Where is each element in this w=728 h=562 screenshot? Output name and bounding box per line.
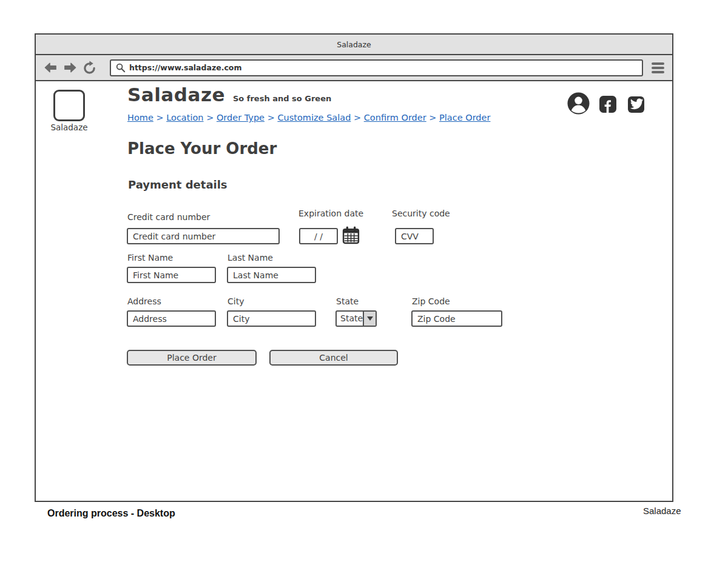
breadcrumb-separator: > [204, 113, 217, 122]
breadcrumb-link-location[interactable]: Location [166, 113, 203, 122]
url-bar[interactable] [110, 59, 643, 76]
zip-code-label: Zip Code [412, 296, 450, 306]
breadcrumb-link-order-type[interactable]: Order Type [217, 113, 265, 122]
refresh-icon[interactable] [83, 61, 96, 75]
brand-row: Saladaze So fresh and so Green [127, 84, 331, 105]
cancel-button[interactable]: Cancel [269, 350, 398, 366]
breadcrumb-separator: > [153, 113, 166, 122]
state-label: State [336, 296, 359, 306]
brand-tagline: So fresh and so Green [233, 94, 331, 103]
first-name-label: First Name [127, 253, 173, 263]
page-title: Place Your Order [127, 139, 277, 158]
credit-card-input[interactable] [127, 228, 280, 244]
logo-label: Saladaze [37, 122, 101, 132]
wireframe-side-label: Saladaze [643, 506, 681, 516]
twitter-icon[interactable] [628, 96, 644, 113]
breadcrumb-link-confirm-order[interactable]: Confirm Order [364, 113, 426, 122]
section-title: Payment details [128, 178, 228, 191]
cvv-input[interactable] [395, 228, 434, 244]
browser-toolbar [36, 55, 672, 81]
account-icon[interactable] [567, 92, 590, 115]
place-order-button[interactable]: Place Order [127, 350, 257, 366]
dropdown-arrow-icon [363, 312, 376, 326]
window-title-bar: Saladaze [36, 35, 672, 55]
state-select-value: State [337, 312, 363, 326]
breadcrumb-separator: > [351, 113, 363, 122]
city-label: City [228, 296, 244, 306]
url-input[interactable] [129, 63, 638, 72]
zip-code-input[interactable] [411, 310, 502, 327]
expiration-label: Expiration date [298, 209, 363, 218]
logo-image-placeholder [53, 90, 85, 121]
credit-card-label: Credit card number [127, 212, 210, 222]
address-input[interactable] [127, 310, 216, 327]
security-code-label: Security code [392, 209, 450, 218]
breadcrumb-link-place-order[interactable]: Place Order [439, 113, 490, 122]
breadcrumb-link-home[interactable]: Home [127, 113, 153, 122]
page-content: Saladaze Saladaze So fresh and so Green … [36, 81, 672, 497]
brand-title: Saladaze [127, 84, 225, 105]
state-select[interactable]: State [335, 310, 377, 327]
city-input[interactable] [227, 310, 316, 327]
first-name-input[interactable] [127, 267, 216, 283]
last-name-input[interactable] [227, 267, 316, 283]
wireframe-caption: Ordering process - Desktop [47, 508, 175, 519]
browser-window: Saladaze Saladaze Saladaze So fres [35, 33, 673, 502]
address-label: Address [127, 296, 161, 306]
menu-icon[interactable] [652, 62, 664, 73]
last-name-label: Last Name [228, 253, 273, 263]
facebook-icon[interactable] [599, 96, 616, 113]
expiration-input[interactable] [299, 228, 338, 244]
forward-icon[interactable] [63, 61, 77, 75]
breadcrumb-separator: > [265, 113, 277, 122]
search-icon [115, 62, 126, 73]
calendar-icon[interactable] [342, 226, 360, 245]
breadcrumb-separator: > [426, 113, 439, 122]
back-icon[interactable] [44, 61, 58, 75]
breadcrumb-link-customize-salad[interactable]: Customize Salad [277, 113, 351, 122]
breadcrumb: Home > Location > Order Type > Customize… [127, 113, 490, 122]
window-title: Saladaze [337, 40, 371, 49]
